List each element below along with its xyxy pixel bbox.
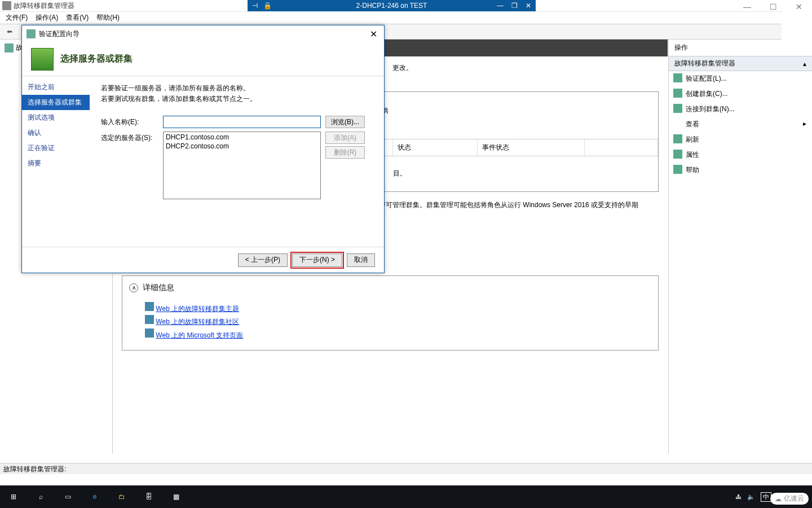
col-status[interactable]: 状态 bbox=[393, 139, 478, 156]
action-validate[interactable]: 验证配置(L)... bbox=[669, 71, 812, 86]
label-selected: 选定的服务器(S): bbox=[101, 132, 163, 143]
cloud-icon: ☁ bbox=[775, 495, 782, 503]
close-icon[interactable]: ✕ bbox=[526, 2, 531, 10]
watermark: ☁ 亿速云 bbox=[770, 493, 809, 505]
actions-header: 操作 bbox=[669, 40, 812, 56]
nav-before[interactable]: 开始之前 bbox=[22, 80, 90, 95]
vm-title-bar: ⊣ 🔒 2-DHCP1-246 on TEST — ❐ ✕ bbox=[248, 0, 536, 11]
menu-help[interactable]: 帮助(H) bbox=[96, 13, 120, 23]
wizard-content: 若要验证一组服务器，请添加所有服务器的名称。 若要测试现有群集，请添加群集名称或… bbox=[90, 76, 384, 247]
prev-button[interactable]: < 上一步(P) bbox=[238, 253, 288, 267]
cluster-icon bbox=[5, 43, 14, 52]
nav-confirm[interactable]: 确认 bbox=[22, 125, 90, 141]
action-connect[interactable]: 连接到群集(N)... bbox=[669, 102, 812, 117]
host-close[interactable]: ✕ bbox=[786, 0, 812, 14]
remove-button: 删除(R) bbox=[325, 146, 365, 159]
app-icon bbox=[2, 1, 11, 10]
pin-icon[interactable]: ⊣ bbox=[252, 2, 258, 10]
status-bar: 故障转移群集管理器: bbox=[0, 463, 812, 474]
chevron-up-icon[interactable]: ▴ bbox=[803, 60, 806, 68]
link-web-ms[interactable]: Web 上的 Microsoft 支持页面 bbox=[156, 331, 243, 339]
web-icon bbox=[145, 329, 154, 338]
selected-servers-list[interactable]: DHCP1.contoso.com DHCP2.contoso.com bbox=[163, 132, 321, 199]
wizard-header: 选择服务器或群集 bbox=[22, 42, 384, 76]
status-text: 故障转移群集管理器: bbox=[3, 465, 66, 473]
action-refresh[interactable]: 刷新 bbox=[669, 132, 812, 147]
wizard-page-title: 选择服务器或群集 bbox=[60, 53, 133, 65]
action-help[interactable]: 帮助 bbox=[669, 163, 812, 178]
wizard-intro1: 若要验证一组服务器，请添加所有服务器的名称。 bbox=[101, 83, 373, 94]
list-item[interactable]: DHCP1.contoso.com bbox=[166, 133, 318, 142]
wizard-footer: < 上一步(P) 下一步(N) > 取消 bbox=[22, 247, 384, 273]
taskbar: ⊞ ⌕ ▭ e 🗀 🗄 ▦ 🖧 🔈 中 20 13:52 ☁ 亿速云 bbox=[0, 485, 812, 508]
link-web-community[interactable]: Web 上的故障转移群集社区 bbox=[156, 318, 239, 326]
action-properties[interactable]: 属性 bbox=[669, 147, 812, 163]
wizard-dialog: 验证配置向导 ✕ 选择服务器或群集 开始之前 选择服务器或群集 测试选项 确认 … bbox=[21, 25, 385, 273]
nav-validating[interactable]: 正在验证 bbox=[22, 141, 90, 156]
ie-icon[interactable]: e bbox=[81, 485, 108, 508]
explorer-icon[interactable]: 🗀 bbox=[108, 485, 135, 508]
cluster-mgr-icon[interactable]: ▦ bbox=[162, 485, 189, 508]
app-title-bar: 故障转移群集管理器 bbox=[0, 0, 248, 11]
wizard-intro2: 若要测试现有群集，请添加群集名称或其节点之一。 bbox=[101, 94, 373, 104]
action-create[interactable]: 创建群集(C)... bbox=[669, 86, 812, 102]
collapse-icon[interactable]: ∧ bbox=[129, 283, 138, 292]
lock-icon[interactable]: 🔒 bbox=[263, 2, 272, 10]
nav-summary[interactable]: 摘要 bbox=[22, 156, 90, 171]
add-button: 添加(A) bbox=[325, 132, 365, 144]
minimize-icon[interactable]: — bbox=[497, 2, 504, 10]
details-panel: ∧ 详细信息 Web 上的故障转移群集主题 Web 上的故障转移群集社区 Web… bbox=[122, 275, 659, 351]
col-event-status[interactable]: 事件状态 bbox=[478, 139, 585, 156]
nav-options[interactable]: 测试选项 bbox=[22, 110, 90, 125]
search-icon[interactable]: ⌕ bbox=[27, 485, 54, 508]
name-input[interactable] bbox=[163, 116, 321, 128]
web-icon bbox=[145, 315, 154, 324]
app-title-text: 故障转移群集管理器 bbox=[14, 1, 74, 11]
menu-bar: 文件(F) 操作(A) 查看(V) 帮助(H) bbox=[0, 11, 782, 24]
wizard-large-icon bbox=[31, 48, 54, 71]
wizard-title-bar: 验证配置向导 ✕ bbox=[22, 25, 384, 42]
web-icon bbox=[145, 302, 154, 311]
link-web-topic[interactable]: Web 上的故障转移群集主题 bbox=[156, 305, 239, 313]
start-button[interactable]: ⊞ bbox=[0, 485, 27, 508]
wizard-icon bbox=[27, 29, 36, 38]
label-name: 输入名称(E): bbox=[101, 116, 163, 127]
wizard-window-title: 验证配置向导 bbox=[39, 29, 80, 39]
nav-select[interactable]: 选择服务器或群集 bbox=[22, 95, 90, 110]
details-title: 详细信息 bbox=[143, 281, 174, 295]
restore-icon[interactable]: ❐ bbox=[511, 2, 518, 10]
list-item[interactable]: DHCP2.contoso.com bbox=[166, 142, 318, 151]
wizard-close-button[interactable]: ✕ bbox=[368, 29, 379, 40]
actions-panel: 操作 故障转移群集管理器 ▴ 验证配置(L)... 创建群集(C)... 连接到… bbox=[668, 40, 812, 454]
server-manager-icon[interactable]: 🗄 bbox=[135, 485, 162, 508]
menu-action[interactable]: 操作(A) bbox=[36, 13, 58, 23]
tray-net-icon[interactable]: 🖧 bbox=[735, 493, 742, 500]
cancel-button[interactable]: 取消 bbox=[347, 253, 375, 267]
tray-sound-icon[interactable]: 🔈 bbox=[747, 493, 755, 501]
taskview-icon[interactable]: ▭ bbox=[54, 485, 81, 508]
action-view[interactable]: 查看▸ bbox=[669, 117, 812, 132]
next-button[interactable]: 下一步(N) > bbox=[292, 253, 342, 267]
wizard-nav: 开始之前 选择服务器或群集 测试选项 确认 正在验证 摘要 bbox=[22, 76, 90, 247]
menu-file[interactable]: 文件(F) bbox=[6, 13, 28, 23]
actions-subheader: 故障转移群集管理器 ▴ bbox=[669, 56, 812, 71]
back-button[interactable]: ⬅ bbox=[3, 25, 16, 38]
menu-view[interactable]: 查看(V) bbox=[66, 13, 89, 23]
chevron-right-icon: ▸ bbox=[803, 120, 806, 128]
browse-button[interactable]: 浏览(B)... bbox=[325, 116, 365, 128]
vm-title: 2-DHCP1-246 on TEST bbox=[356, 2, 427, 10]
